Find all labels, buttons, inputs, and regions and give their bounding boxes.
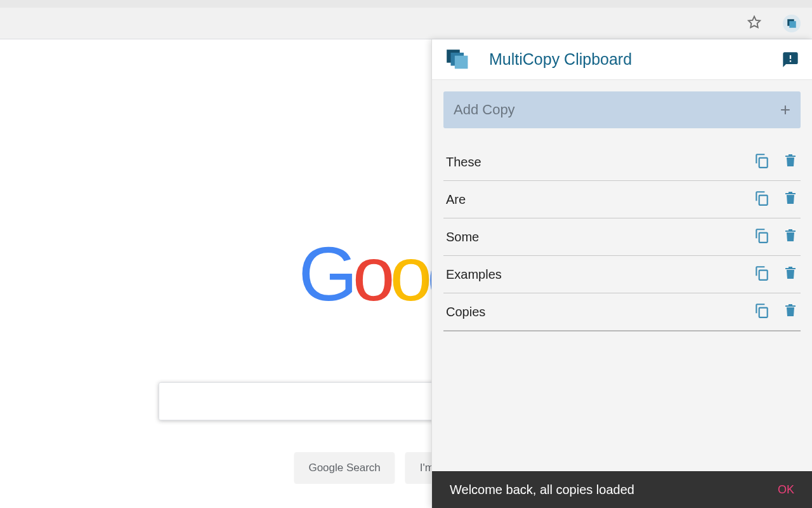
add-copy-input[interactable]	[454, 102, 780, 118]
trash-icon[interactable]	[783, 228, 798, 246]
copy-list: These Are	[443, 144, 801, 331]
footer-message: Welcome back, all copies loaded	[450, 483, 778, 497]
copy-text: Some	[446, 230, 754, 244]
copy-text: Are	[446, 192, 754, 207]
browser-address-bar	[0, 8, 812, 39]
svg-rect-12	[759, 308, 768, 318]
list-item: Examples	[443, 256, 801, 293]
browser-top-strip	[0, 0, 812, 8]
copy-icon[interactable]	[754, 152, 770, 171]
svg-rect-8	[759, 158, 768, 168]
copy-text: Copies	[446, 305, 754, 319]
google-search-button[interactable]: Google Search	[294, 452, 395, 484]
svg-rect-5	[455, 55, 468, 69]
trash-icon[interactable]	[783, 153, 798, 171]
footer-ok-button[interactable]: OK	[778, 483, 794, 497]
trash-icon[interactable]	[783, 265, 798, 283]
svg-rect-2	[789, 21, 796, 28]
copy-icon[interactable]	[754, 227, 770, 246]
copy-text: Examples	[446, 267, 754, 282]
add-copy-row[interactable]: +	[443, 91, 801, 128]
copy-icon[interactable]	[754, 190, 770, 209]
svg-rect-9	[759, 196, 768, 205]
trash-icon[interactable]	[783, 303, 798, 321]
bookmark-star-icon[interactable]	[747, 15, 761, 32]
trash-icon[interactable]	[783, 190, 798, 208]
popup-title: MultiCopy Clipboard	[489, 50, 761, 69]
svg-marker-0	[749, 16, 760, 27]
feedback-icon[interactable]	[782, 51, 799, 69]
extension-toolbar-icon[interactable]	[783, 15, 801, 32]
popup-header: MultiCopy Clipboard	[432, 39, 812, 80]
list-item: Some	[443, 218, 801, 256]
svg-rect-6	[790, 55, 791, 59]
copy-text: These	[446, 155, 754, 170]
svg-rect-10	[759, 233, 768, 243]
multicopy-logo-icon	[445, 48, 469, 72]
svg-rect-7	[790, 60, 791, 62]
multicopy-popup: MultiCopy Clipboard + These	[431, 39, 812, 508]
plus-icon[interactable]: +	[780, 100, 790, 120]
popup-footer: Welcome back, all copies loaded OK	[432, 471, 812, 508]
list-item: Are	[443, 181, 801, 218]
popup-body: + These Are	[432, 80, 812, 471]
svg-rect-11	[759, 271, 768, 280]
list-item: These	[443, 144, 801, 181]
copy-icon[interactable]	[754, 265, 770, 284]
list-item: Copies	[443, 293, 801, 331]
copy-icon[interactable]	[754, 302, 770, 321]
